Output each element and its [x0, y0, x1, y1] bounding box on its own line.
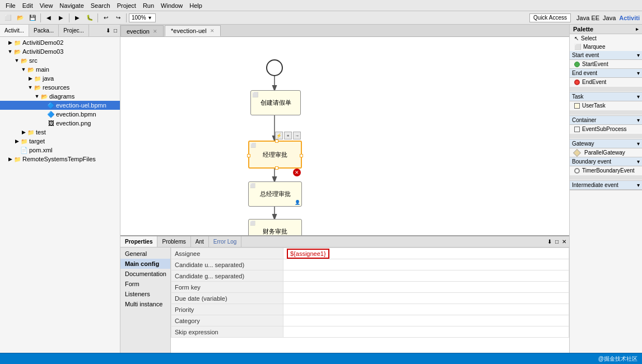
node-general-approve[interactable]: 总经理审批 ⬜ 👤: [248, 181, 302, 207]
palette-section-task-header[interactable]: Task ▾: [570, 92, 642, 101]
tab-activit[interactable]: Activit...: [0, 25, 29, 36]
tree-item-remotesystemstempfiles[interactable]: ▶ 📁 RemoteSystemsTempFiles: [0, 155, 120, 164]
prop-value-priority[interactable]: [283, 304, 569, 315]
tree-item-evection-png[interactable]: 🖼 evection.png: [0, 119, 120, 128]
forward-button[interactable]: ▶: [55, 13, 67, 23]
node-action-1[interactable]: ⚡: [275, 132, 283, 139]
menu-project[interactable]: Project: [114, 2, 139, 9]
prop-action-maximize[interactable]: □: [553, 238, 560, 245]
prop-tab-properties[interactable]: Properties: [120, 236, 157, 247]
tree-item-activitidemo03[interactable]: ▼ 📂 ActivitiDemo03: [0, 47, 120, 56]
tree-toggle-activitidemo03[interactable]: ▼: [7, 49, 13, 54]
prop-value-candidate-group[interactable]: [283, 270, 569, 282]
maximize-panel-btn[interactable]: □: [112, 27, 119, 34]
tree-item-src[interactable]: ▼ 📂 src: [0, 56, 120, 65]
tree-item-diagrams[interactable]: ▼ 📂 diagrams: [0, 92, 120, 101]
menu-view[interactable]: View: [36, 2, 57, 9]
palette-end-event-item[interactable]: EndEvent: [570, 78, 642, 86]
palette-collapse-icon[interactable]: ▸: [636, 26, 639, 32]
palette-section-container-header[interactable]: Container ▾: [570, 116, 642, 125]
tree-item-activitidemo02[interactable]: ▶ 📁 ActivitiDemo02: [0, 38, 120, 47]
prop-nav-listeners[interactable]: Listeners: [120, 289, 170, 299]
resize-handle-top[interactable]: [275, 139, 278, 143]
resize-handle-left[interactable]: [247, 154, 250, 157]
perspective-java[interactable]: Java: [603, 15, 616, 21]
prop-nav-documentation[interactable]: Documentation: [120, 269, 170, 279]
back-button[interactable]: ◀: [43, 13, 54, 23]
prop-action-close[interactable]: ✕: [560, 238, 568, 245]
palette-section-boundary-header[interactable]: Boundary event ▾: [570, 157, 642, 166]
node-manager-approve[interactable]: 经理审批 ⬜ ⚡ + → ✕: [248, 141, 302, 169]
node-delete-btn[interactable]: ✕: [293, 169, 301, 176]
prop-value-skip-expression[interactable]: [283, 326, 569, 338]
tree-item-java[interactable]: ▶ 📁 java: [0, 74, 120, 83]
zoom-dropdown-icon[interactable]: ▾: [148, 15, 151, 21]
menu-edit[interactable]: Edit: [19, 2, 36, 9]
new-button[interactable]: ⬜: [2, 13, 13, 23]
prop-value-category[interactable]: [283, 315, 569, 326]
prop-nav-multiinstance[interactable]: Multi instance: [120, 299, 170, 309]
tab-projec[interactable]: Projec...: [59, 25, 89, 36]
tree-toggle-test[interactable]: ▶: [20, 129, 27, 135]
run-button[interactable]: ▶: [72, 13, 83, 23]
prop-nav-general[interactable]: General: [120, 249, 170, 259]
prop-nav-form[interactable]: Form: [120, 279, 170, 289]
open-button[interactable]: 📂: [15, 13, 26, 23]
palette-user-task-item[interactable]: UserTask: [570, 101, 642, 110]
tree-item-main[interactable]: ▼ 📂 main: [0, 65, 120, 74]
prop-tab-problems[interactable]: Problems: [157, 236, 190, 247]
tree-toggle-main[interactable]: ▼: [20, 67, 27, 72]
menu-window[interactable]: Window: [157, 2, 186, 9]
prop-tab-ant[interactable]: Ant: [191, 236, 209, 247]
tab-evection-close[interactable]: ✕: [153, 29, 157, 34]
menu-search[interactable]: Search: [87, 2, 114, 9]
node-action-2[interactable]: +: [284, 132, 292, 139]
palette-tool-select[interactable]: ↖ Select: [570, 34, 642, 43]
prop-value-assignee[interactable]: ${assignee1}: [283, 248, 569, 259]
tab-packa[interactable]: Packa...: [29, 25, 59, 36]
prop-action-minimize[interactable]: ⬇: [546, 238, 553, 245]
resize-handle-right[interactable]: [300, 154, 303, 157]
palette-timerboundary-item[interactable]: TimerBoundaryEvent: [570, 166, 642, 175]
tree-toggle-diagrams[interactable]: ▼: [34, 94, 40, 99]
assignee-input[interactable]: ${assignee1}: [287, 249, 329, 259]
palette-section-end-header[interactable]: End event ▾: [570, 69, 642, 78]
prop-tab-errorlog[interactable]: Error Log: [209, 236, 242, 247]
menu-navigate[interactable]: Navigate: [56, 2, 87, 9]
tree-toggle-src[interactable]: ▼: [13, 58, 20, 63]
node-start-event[interactable]: [266, 59, 283, 76]
quick-access-box[interactable]: Quick Access: [529, 13, 571, 22]
tree-item-target[interactable]: ▶ 📁 target: [0, 137, 120, 146]
tree-item-pom-xml[interactable]: 📄 pom.xml: [0, 146, 120, 155]
menu-file[interactable]: File: [2, 2, 19, 9]
zoom-box[interactable]: 100% ▾: [129, 13, 156, 22]
tab-evection[interactable]: evection ✕: [120, 25, 164, 36]
undo-button[interactable]: ↩: [100, 13, 111, 23]
tree-item-evection-bpmn[interactable]: 🔷 evection.bpmn: [0, 110, 120, 119]
tree-toggle-activitidemo02[interactable]: ▶: [7, 40, 13, 45]
palette-start-event-item[interactable]: StartEvent: [570, 60, 642, 68]
resize-handle-bottom[interactable]: [275, 166, 278, 170]
menu-help[interactable]: Help: [186, 2, 206, 9]
debug-button[interactable]: 🐛: [84, 13, 95, 23]
palette-eventsubprocess-item[interactable]: EventSubProcess: [570, 125, 642, 133]
node-action-3[interactable]: →: [293, 132, 301, 139]
tree-toggle-remotesystemstempfiles[interactable]: ▶: [7, 156, 13, 162]
diagram-canvas[interactable]: 创建请假单 ⬜ 经理审批 ⬜ ⚡ + → ✕: [120, 37, 569, 235]
prop-value-candidate-user[interactable]: [283, 259, 569, 270]
perspective-javaee[interactable]: Java EE: [576, 15, 599, 21]
tree-toggle-resources[interactable]: ▼: [27, 85, 34, 90]
tab-evection-uel[interactable]: *evection-uel ✕: [165, 25, 221, 36]
tree-toggle-java[interactable]: ▶: [27, 76, 34, 81]
menu-run[interactable]: Run: [139, 2, 157, 9]
node-finance-approve[interactable]: 财务审批 ⬜: [248, 219, 302, 235]
tree-item-resources[interactable]: ▼ 📂 resources: [0, 83, 120, 92]
tree-item-test[interactable]: ▶ 📁 test: [0, 128, 120, 137]
tab-evection-uel-close[interactable]: ✕: [210, 28, 215, 34]
palette-section-start-header[interactable]: Start event ▾: [570, 51, 642, 60]
palette-parallelgateway-item[interactable]: ParallelGateway: [570, 148, 642, 157]
redo-button[interactable]: ↪: [113, 13, 124, 23]
palette-tool-marquee[interactable]: ⬜ Marquee: [570, 43, 642, 51]
palette-section-intermediate-header[interactable]: Intermediate event ▾: [570, 181, 642, 190]
tree-item-evection-uel-bpmn[interactable]: 🔷 evection-uel.bpmn: [0, 101, 120, 110]
